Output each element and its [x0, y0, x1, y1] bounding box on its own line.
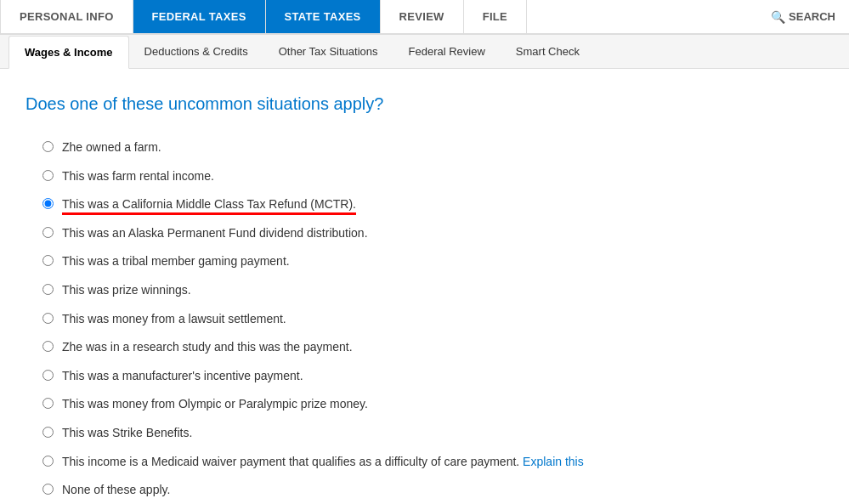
option-label-8[interactable]: Zhe was in a research study and this was…: [62, 339, 353, 356]
nav-federal-taxes[interactable]: FEDERAL TAXES: [133, 0, 266, 33]
radio-opt9[interactable]: [42, 370, 54, 381]
radio-opt6[interactable]: [42, 284, 54, 295]
radio-opt13[interactable]: [42, 484, 54, 495]
page-question: Does one of these uncommon situations ap…: [25, 94, 824, 114]
option-label-2[interactable]: This was farm rental income.: [62, 168, 214, 185]
list-item: This was a California Middle Class Tax R…: [42, 196, 824, 213]
subnav-federal-review[interactable]: Federal Review: [393, 35, 501, 68]
radio-opt10[interactable]: [42, 398, 54, 409]
list-item: This was Strike Benefits.: [42, 425, 824, 442]
list-item: None of these apply.: [42, 482, 824, 499]
nav-review[interactable]: REVIEW: [381, 0, 464, 33]
list-item: Zhe owned a farm.: [42, 139, 824, 156]
nav-file[interactable]: FILE: [464, 0, 527, 33]
option-label-11[interactable]: This was Strike Benefits.: [62, 425, 192, 442]
list-item: Zhe was in a research study and this was…: [42, 339, 824, 356]
search-button[interactable]: 🔍 SEARCH: [757, 0, 849, 33]
sub-navigation: Wages & Income Deductions & Credits Othe…: [0, 35, 849, 69]
mctr-text: This was a California Middle Class Tax R…: [62, 197, 356, 215]
option-label-5[interactable]: This was a tribal member gaming payment.: [62, 253, 290, 270]
option-label-7[interactable]: This was money from a lawsuit settlement…: [62, 311, 286, 328]
radio-opt4[interactable]: [42, 227, 54, 238]
radio-opt5[interactable]: [42, 255, 54, 266]
option-label-1[interactable]: Zhe owned a farm.: [62, 139, 161, 156]
list-item: This was money from Olympic or Paralympi…: [42, 396, 824, 413]
subnav-wages-income[interactable]: Wages & Income: [8, 36, 129, 69]
list-item: This was a tribal member gaming payment.: [42, 253, 824, 270]
list-item: This was a manufacturer's incentive paym…: [42, 368, 824, 385]
list-item: This was an Alaska Permanent Fund divide…: [42, 225, 824, 242]
subnav-smart-check[interactable]: Smart Check: [501, 35, 595, 68]
list-item: This was farm rental income.: [42, 168, 824, 185]
option-label-12[interactable]: This income is a Medicaid waiver payment…: [62, 454, 584, 471]
option-label-10[interactable]: This was money from Olympic or Paralympi…: [62, 396, 368, 413]
radio-opt2[interactable]: [42, 170, 54, 181]
list-item: This was money from a lawsuit settlement…: [42, 311, 824, 328]
radio-opt8[interactable]: [42, 341, 54, 352]
radio-opt3[interactable]: [42, 198, 54, 209]
main-content: Does one of these uncommon situations ap…: [0, 69, 849, 504]
radio-opt1[interactable]: [42, 141, 54, 152]
radio-opt7[interactable]: [42, 313, 54, 324]
option-label-3[interactable]: This was a California Middle Class Tax R…: [62, 196, 356, 213]
subnav-deductions-credits[interactable]: Deductions & Credits: [129, 35, 263, 68]
option-label-4[interactable]: This was an Alaska Permanent Fund divide…: [62, 225, 368, 242]
subnav-other-tax-situations[interactable]: Other Tax Situations: [263, 35, 393, 68]
option-label-6[interactable]: This was prize winnings.: [62, 282, 191, 299]
nav-personal-info[interactable]: PERSONAL INFO: [0, 0, 133, 33]
list-item: This income is a Medicaid waiver payment…: [42, 454, 824, 471]
list-item: This was prize winnings.: [42, 282, 824, 299]
option-label-9[interactable]: This was a manufacturer's incentive paym…: [62, 368, 303, 385]
search-icon: 🔍: [771, 10, 785, 24]
option-label-13[interactable]: None of these apply.: [62, 482, 170, 499]
radio-opt12[interactable]: [42, 456, 54, 467]
options-list: Zhe owned a farm. This was farm rental i…: [25, 139, 824, 499]
explain-this-link[interactable]: Explain this: [523, 455, 584, 468]
top-navigation: PERSONAL INFO FEDERAL TAXES STATE TAXES …: [0, 0, 849, 35]
radio-opt11[interactable]: [42, 427, 54, 438]
nav-state-taxes[interactable]: STATE TAXES: [266, 0, 381, 33]
